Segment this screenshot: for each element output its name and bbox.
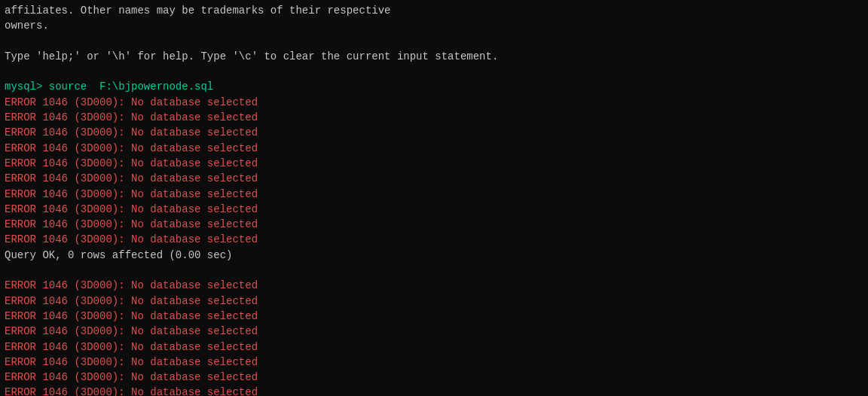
terminal-line: ERROR 1046 (3D000): No database selected [5, 278, 863, 293]
terminal-line: ERROR 1046 (3D000): No database selected [5, 355, 863, 370]
terminal-line: ERROR 1046 (3D000): No database selected [5, 340, 863, 355]
terminal-line: affiliates. Other names may be trademark… [5, 3, 863, 18]
terminal-blank-line [5, 34, 863, 49]
terminal-line: ERROR 1046 (3D000): No database selected [5, 110, 863, 125]
terminal-blank-line [5, 64, 863, 79]
terminal-line: ERROR 1046 (3D000): No database selected [5, 95, 863, 110]
terminal-line: ERROR 1046 (3D000): No database selected [5, 187, 863, 202]
terminal-line: ERROR 1046 (3D000): No database selected [5, 309, 863, 324]
terminal-line: ERROR 1046 (3D000): No database selected [5, 171, 863, 186]
terminal-line: Query OK, 0 rows affected (0.00 sec) [5, 248, 863, 263]
terminal-line: ERROR 1046 (3D000): No database selected [5, 125, 863, 140]
terminal-line: owners. [5, 18, 863, 33]
terminal-line: ERROR 1046 (3D000): No database selected [5, 141, 863, 156]
terminal-line: Type 'help;' or '\h' for help. Type '\c'… [5, 49, 863, 64]
terminal-line: ERROR 1046 (3D000): No database selected [5, 202, 863, 217]
terminal-blank-line [5, 263, 863, 278]
terminal-line: ERROR 1046 (3D000): No database selected [5, 324, 863, 339]
terminal-line: ERROR 1046 (3D000): No database selected [5, 217, 863, 232]
terminal-line: ERROR 1046 (3D000): No database selected [5, 370, 863, 385]
terminal-line: ERROR 1046 (3D000): No database selected [5, 385, 863, 396]
terminal-window: affiliates. Other names may be trademark… [0, 0, 868, 396]
terminal-line: ERROR 1046 (3D000): No database selected [5, 294, 863, 309]
terminal-line: mysql> source F:\bjpowernode.sql [5, 79, 863, 94]
terminal-line: ERROR 1046 (3D000): No database selected [5, 232, 863, 247]
terminal-line: ERROR 1046 (3D000): No database selected [5, 156, 863, 171]
